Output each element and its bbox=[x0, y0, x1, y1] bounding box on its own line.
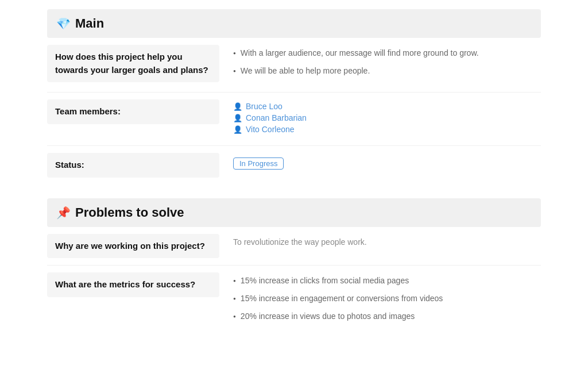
row-team-members: Team members:👤Bruce Loo👤Conan Barbarian👤… bbox=[47, 93, 541, 146]
section-content-problems: Why are we working on this project?To re… bbox=[47, 227, 541, 338]
plain-value: To revolutionize the way people work. bbox=[233, 236, 541, 248]
user-icon: 👤 bbox=[233, 125, 242, 134]
list-item: 15% increase in clicks from social media… bbox=[233, 275, 541, 287]
user-icon: 👤 bbox=[233, 102, 242, 111]
row-status: Status:In Progress bbox=[47, 146, 541, 184]
label-cell-team-members: Team members: bbox=[47, 99, 219, 124]
problems-title: Problems to solve bbox=[75, 205, 184, 220]
section-content-main: How does this project help you towards y… bbox=[47, 38, 541, 184]
section-header-problems: 📌Problems to solve bbox=[47, 198, 541, 227]
list-item: We will be able to help more people. bbox=[233, 65, 541, 77]
label-text-team-members: Team members: bbox=[55, 106, 121, 116]
value-cell-larger-goals: With a larger audience, our message will… bbox=[233, 45, 541, 85]
value-cell-why-working: To revolutionize the way people work. bbox=[233, 234, 541, 251]
label-text-larger-goals: How does this project help you towards y… bbox=[55, 52, 208, 75]
problems-icon: 📌 bbox=[56, 206, 71, 220]
team-member[interactable]: 👤Bruce Loo bbox=[233, 102, 541, 111]
label-cell-metrics: What are the metrics for success? bbox=[47, 272, 219, 297]
section-header-main: 💎Main bbox=[47, 9, 541, 38]
list-item: 20% increase in views due to photos and … bbox=[233, 310, 541, 322]
row-larger-goals: How does this project help you towards y… bbox=[47, 38, 541, 93]
label-text-metrics: What are the metrics for success? bbox=[55, 279, 195, 289]
label-text-why-working: Why are we working on this project? bbox=[55, 241, 205, 251]
value-cell-metrics: 15% increase in clicks from social media… bbox=[233, 272, 541, 330]
row-metrics: What are the metrics for success?15% inc… bbox=[47, 266, 541, 337]
list-item: With a larger audience, our message will… bbox=[233, 47, 541, 59]
label-cell-larger-goals: How does this project help you towards y… bbox=[47, 45, 219, 82]
value-cell-status: In Progress bbox=[233, 153, 541, 172]
main-icon: 💎 bbox=[56, 17, 71, 30]
team-member[interactable]: 👤Vito Corleone bbox=[233, 125, 541, 134]
page-container: 💎MainHow does this project help you towa… bbox=[47, 9, 541, 337]
status-badge[interactable]: In Progress bbox=[233, 157, 284, 170]
main-title: Main bbox=[75, 16, 104, 31]
bullet-list-larger-goals: With a larger audience, our message will… bbox=[233, 47, 541, 77]
label-text-status: Status: bbox=[55, 160, 84, 170]
user-icon: 👤 bbox=[233, 114, 242, 122]
row-why-working: Why are we working on this project?To re… bbox=[47, 227, 541, 266]
label-cell-status: Status: bbox=[47, 153, 219, 178]
list-item: 15% increase in engagement or conversion… bbox=[233, 293, 541, 305]
bullet-list-metrics: 15% increase in clicks from social media… bbox=[233, 275, 541, 322]
team-member[interactable]: 👤Conan Barbarian bbox=[233, 113, 541, 122]
team-member-name: Conan Barbarian bbox=[246, 113, 307, 122]
team-member-name: Bruce Loo bbox=[246, 102, 283, 111]
team-member-name: Vito Corleone bbox=[246, 125, 295, 134]
label-cell-why-working: Why are we working on this project? bbox=[47, 234, 219, 259]
value-cell-team-members: 👤Bruce Loo👤Conan Barbarian👤Vito Corleone bbox=[233, 99, 541, 139]
